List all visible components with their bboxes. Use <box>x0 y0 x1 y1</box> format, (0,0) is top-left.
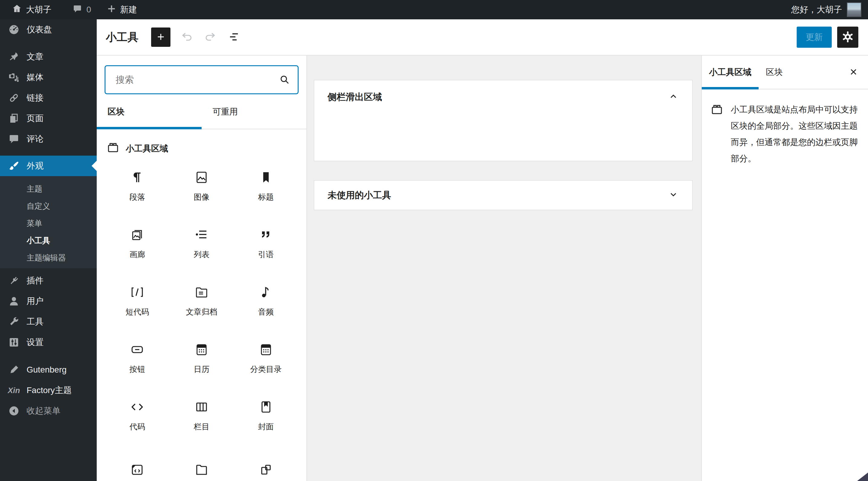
pages-icon <box>8 113 19 124</box>
comments-icon <box>8 133 19 145</box>
columns-icon <box>194 400 209 414</box>
settings-sidebar-tabs: 小工具区域 区块 <box>702 56 868 90</box>
block-item-paragraph[interactable]: 段落 <box>105 157 169 215</box>
update-button[interactable]: 更新 <box>797 27 832 48</box>
sidebar-item-gutenberg[interactable]: Gutenberg <box>0 359 97 380</box>
sidebar-item-posts[interactable]: 文章 <box>0 46 97 67</box>
greeting: 您好，大胡子 <box>791 4 842 15</box>
sidebar-item-label: 设置 <box>27 336 43 348</box>
widget-area-header[interactable]: 侧栏滑出区域 <box>314 81 692 114</box>
widget-areas-description: 小工具区域是站点布局中可以支持区块的全局部分。这些区域因主题而异，但通常都是您的… <box>702 90 868 167</box>
new-content-link[interactable]: 新建 <box>101 0 143 19</box>
tab-reusable[interactable]: 可重用 <box>202 95 306 129</box>
undo-button[interactable] <box>180 30 194 44</box>
block-inserter-panel: 区块 可重用 小工具区域 段落 图像 标题 画廊 列表 引 <box>97 56 307 481</box>
sidebar-item-label: 评论 <box>27 133 43 145</box>
block-item-categories[interactable]: 分类目录 <box>234 330 298 387</box>
site-link[interactable]: 大胡子 <box>7 0 57 19</box>
submenu-item-customize[interactable]: 自定义 <box>0 198 97 215</box>
sidebar-item-links[interactable]: 链接 <box>0 88 97 108</box>
sidebar-item-pages[interactable]: 页面 <box>0 108 97 129</box>
redo-icon <box>204 30 217 44</box>
redo-button[interactable] <box>203 30 218 44</box>
sidebar-item-label: 文章 <box>27 51 43 63</box>
posts-icon <box>8 51 19 62</box>
list-view-button[interactable] <box>227 30 241 44</box>
sidebar-item-label: 页面 <box>27 113 43 124</box>
links-icon <box>8 92 19 103</box>
widget-area-header[interactable]: 未使用的小工具 <box>314 179 692 212</box>
block-item-audio[interactable]: 音频 <box>234 272 298 330</box>
tab-blocks[interactable]: 区块 <box>97 95 202 129</box>
submenu-item-theme-editor[interactable]: 主题编辑器 <box>0 249 97 266</box>
group-icon <box>259 462 273 477</box>
block-item-calendar[interactable]: 日历 <box>169 330 234 387</box>
close-settings-button[interactable] <box>847 66 860 79</box>
account-menu[interactable]: 您好，大胡子 <box>791 0 868 19</box>
sidebar-item-appearance[interactable]: 外观 <box>0 156 97 176</box>
home-icon <box>12 4 22 16</box>
users-icon <box>8 296 19 307</box>
sidebar-item-dashboard[interactable]: 仪表盘 <box>0 19 97 40</box>
widgets-canvas: 侧栏滑出区域 未使用的小工具 <box>307 56 701 481</box>
categories-icon <box>259 342 273 357</box>
code-icon <box>130 400 145 414</box>
editor-header: 小工具 更新 <box>97 19 868 56</box>
admin-menu: 仪表盘 文章 媒体 链接 页面 评论 外观 <box>0 19 97 481</box>
heading-icon <box>259 170 273 185</box>
quote-icon <box>259 227 273 242</box>
gutenberg-pencil-icon <box>8 364 19 375</box>
tab-widget-areas[interactable]: 小工具区域 <box>702 56 758 89</box>
sidebar-item-label: 链接 <box>27 92 43 104</box>
tab-block[interactable]: 区块 <box>758 56 790 89</box>
block-item-code[interactable]: 代码 <box>105 387 169 444</box>
sidebar-item-settings[interactable]: 设置 <box>0 332 97 353</box>
block-item-columns[interactable]: 栏目 <box>169 387 234 444</box>
block-inserter-toggle-button[interactable] <box>151 28 170 47</box>
audio-icon <box>259 285 273 299</box>
block-item-cover[interactable]: 封面 <box>234 387 298 444</box>
xin-logo-icon: Xin <box>8 385 19 396</box>
comments-link[interactable]: 0 <box>67 0 97 19</box>
sidebar-item-media[interactable]: 媒体 <box>0 67 97 88</box>
submenu-item-menus[interactable]: 菜单 <box>0 215 97 232</box>
submenu-item-widgets[interactable]: 小工具 <box>0 232 97 249</box>
collapse-icon <box>8 406 19 416</box>
block-item-archives[interactable]: 文章归档 <box>169 272 234 330</box>
avatar <box>847 2 861 17</box>
sidebar-item-users[interactable]: 用户 <box>0 291 97 312</box>
cover-icon <box>259 400 273 414</box>
plugins-icon <box>8 275 19 286</box>
block-item-image[interactable]: 图像 <box>169 157 234 215</box>
sidebar-item-label: 插件 <box>27 275 43 286</box>
plus-icon <box>155 31 166 43</box>
sidebar-item-comments[interactable]: 评论 <box>0 129 97 149</box>
widget-area-title: 侧栏滑出区域 <box>328 91 382 103</box>
sidebar-item-plugins[interactable]: 插件 <box>0 270 97 291</box>
tools-icon <box>8 316 19 327</box>
sidebar-item-collapse-menu[interactable]: 收起菜单 <box>0 400 97 421</box>
settings-toggle-button[interactable] <box>837 27 858 48</box>
sidebar-item-tools[interactable]: 工具 <box>0 312 97 332</box>
widget-area-panel-inactive: 未使用的小工具 <box>314 180 693 210</box>
undo-icon <box>180 30 193 44</box>
block-item-gallery[interactable]: 画廊 <box>105 215 169 272</box>
block-category-title: 小工具区域 <box>126 143 168 154</box>
inserter-tabs: 区块 可重用 <box>97 95 306 129</box>
block-item-shortcode[interactable]: 短代码 <box>105 272 169 330</box>
widget-area-panel-sidebar-slideout: 侧栏滑出区域 <box>314 80 693 161</box>
block-item-partial-3[interactable] <box>234 444 298 481</box>
submenu-item-themes[interactable]: 主题 <box>0 181 97 198</box>
sidebar-item-xin-factory[interactable]: Xin Factory主题 <box>0 380 97 400</box>
block-item-list[interactable]: 列表 <box>169 215 234 272</box>
block-item-partial-1[interactable] <box>105 444 169 481</box>
block-item-quote[interactable]: 引语 <box>234 215 298 272</box>
block-item-partial-2[interactable] <box>169 444 234 481</box>
block-item-heading[interactable]: 标题 <box>234 157 298 215</box>
sidebar-item-label: 工具 <box>27 316 43 327</box>
block-item-button[interactable]: 按钮 <box>105 330 169 387</box>
sidebar-item-label: Factory主题 <box>27 385 72 396</box>
dashboard-icon <box>8 24 19 35</box>
widget-area-icon <box>107 141 119 156</box>
search-input[interactable] <box>104 65 299 94</box>
